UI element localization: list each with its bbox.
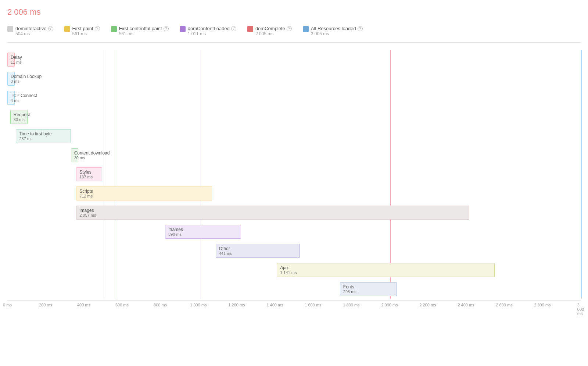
bar-block-styles: Styles137 ms	[76, 167, 102, 181]
bar-label: Other	[219, 246, 300, 251]
legend-name: domComplete ?	[255, 26, 292, 31]
bar-value: 2 057 ms	[79, 213, 469, 217]
bar-label: Request	[14, 112, 27, 117]
x-tick: 2 600 ms	[496, 303, 512, 307]
bar-value: 441 ms	[219, 251, 300, 256]
bar-block-request: Request33 ms	[10, 110, 28, 124]
x-tick: 2 200 ms	[419, 303, 436, 307]
bar-row: Iframes398 ms	[7, 222, 581, 241]
page-title: 2 006 ms	[7, 7, 581, 17]
legend-text: domContentLoaded ? 1 011 ms	[188, 26, 236, 36]
x-tick: 1 200 ms	[228, 303, 245, 307]
bar-label: TCP Connect	[11, 93, 14, 98]
bar-label: Fonts	[343, 284, 397, 289]
legend-text: domComplete ? 2 005 ms	[255, 26, 292, 36]
bar-row: Ajax1 141 ms	[7, 260, 581, 280]
bar-block-fonts: Fonts298 ms	[340, 282, 397, 296]
help-icon[interactable]: ?	[358, 26, 363, 31]
bar-value: 0 ms	[11, 79, 14, 83]
help-icon[interactable]: ?	[164, 26, 169, 31]
legend-item-dominteractive: dominteractive ? 504 ms	[7, 26, 53, 36]
bar-value: 33 ms	[14, 117, 27, 122]
legend-swatch	[111, 26, 117, 32]
bar-label: Delay	[11, 55, 14, 60]
title-value: 2 006 ms	[7, 7, 41, 17]
bar-row: Images2 057 ms	[7, 203, 581, 222]
legend-item-first-paint: First paint ? 561 ms	[64, 26, 100, 36]
bar-value: 30 ms	[74, 156, 78, 160]
x-tick: 0 ms	[3, 303, 12, 307]
help-icon[interactable]: ?	[48, 26, 53, 31]
bar-block-ajax: Ajax1 141 ms	[277, 263, 495, 277]
legend-text: dominteractive ? 504 ms	[15, 26, 53, 36]
x-tick: 1 600 ms	[305, 303, 321, 307]
page-container: 2 006 ms dominteractive ? 504 ms First p…	[0, 0, 588, 366]
legend-swatch	[180, 26, 186, 32]
help-icon[interactable]: ?	[95, 26, 100, 31]
x-tick: 200 ms	[39, 303, 52, 307]
legend-item-first-contentful-paint: First contentful paint ? 561 ms	[111, 26, 169, 36]
bar-block-delay: Delay11 ms	[7, 53, 15, 67]
legend-swatch	[303, 26, 309, 32]
bar-block-content-download: Content download30 ms	[71, 148, 78, 162]
bar-value: 712 ms	[79, 194, 212, 198]
bar-value: 398 ms	[168, 232, 241, 237]
bar-block-domain-lookup: Domain Lookup0 ms	[7, 72, 15, 86]
bar-block-scripts: Scripts712 ms	[76, 186, 212, 200]
bar-value: 298 ms	[343, 289, 397, 294]
bar-row: Time to first byte287 ms	[7, 127, 581, 146]
bar-value: 287 ms	[19, 136, 70, 141]
x-tick: 2 800 ms	[534, 303, 551, 307]
x-tick: 1 000 ms	[190, 303, 207, 307]
legend-value: 561 ms	[119, 31, 169, 36]
bar-label: Styles	[79, 170, 102, 175]
x-tick: 400 ms	[77, 303, 90, 307]
legend-swatch	[247, 26, 253, 32]
bars-container: Delay11 msDomain Lookup0 msTCP Connect4 …	[7, 50, 581, 299]
chart-area: Delay11 msDomain Lookup0 msTCP Connect4 …	[7, 50, 581, 311]
milestone-line-all-resources-loaded	[581, 50, 582, 299]
bar-row: Styles137 ms	[7, 165, 581, 184]
bar-row: Content download30 ms	[7, 146, 581, 165]
bar-row: Request33 ms	[7, 107, 581, 127]
bar-label: Images	[79, 208, 469, 213]
bar-row: Delay11 ms	[7, 50, 581, 69]
bar-value: 11 ms	[11, 60, 14, 64]
legend-item-all-resources-loaded: All Resources loaded ? 3 005 ms	[303, 26, 363, 36]
help-icon[interactable]: ?	[231, 26, 236, 31]
legend-item-domcomplete: domComplete ? 2 005 ms	[247, 26, 292, 36]
bar-row: Other441 ms	[7, 241, 581, 260]
legend-value: 504 ms	[15, 31, 53, 36]
waterfall-wrapper: Delay11 msDomain Lookup0 msTCP Connect4 …	[7, 50, 581, 311]
help-icon[interactable]: ?	[287, 26, 292, 31]
legend-value: 561 ms	[72, 31, 100, 36]
legend-swatch	[64, 26, 70, 32]
legend-swatch	[7, 26, 13, 32]
legend-text: All Resources loaded ? 3 005 ms	[311, 26, 363, 36]
x-axis: 0 ms200 ms400 ms600 ms800 ms1 000 ms1 20…	[7, 300, 581, 311]
legend-text: First contentful paint ? 561 ms	[119, 26, 169, 36]
bar-block-tcp-connect: TCP Connect4 ms	[7, 91, 15, 105]
x-tick: 1 400 ms	[266, 303, 283, 307]
bar-row: TCP Connect4 ms	[7, 88, 581, 107]
legend-item-domcontentloaded: domContentLoaded ? 1 011 ms	[180, 26, 236, 36]
bar-value: 137 ms	[79, 175, 102, 179]
legend-row: dominteractive ? 504 ms First paint ? 56…	[7, 26, 581, 43]
legend-value: 2 005 ms	[255, 31, 292, 36]
x-tick: 800 ms	[154, 303, 167, 307]
bar-block-time-to-first-byte: Time to first byte287 ms	[16, 129, 71, 143]
legend-value: 1 011 ms	[188, 31, 236, 36]
bar-label: Content download	[74, 150, 78, 156]
bar-block-other: Other441 ms	[216, 244, 300, 258]
x-tick: 2 400 ms	[458, 303, 474, 307]
bar-label: Iframes	[168, 227, 241, 232]
legend-name: First contentful paint ?	[119, 26, 169, 31]
x-tick: 2 000 ms	[381, 303, 398, 307]
legend-name: First paint ?	[72, 26, 100, 31]
legend-text: First paint ? 561 ms	[72, 26, 100, 36]
bar-label: Scripts	[79, 189, 212, 194]
legend-name: domContentLoaded ?	[188, 26, 236, 31]
x-tick: 1 800 ms	[343, 303, 359, 307]
x-tick: 3 000 ms	[577, 303, 584, 316]
legend-value: 3 005 ms	[311, 31, 363, 36]
